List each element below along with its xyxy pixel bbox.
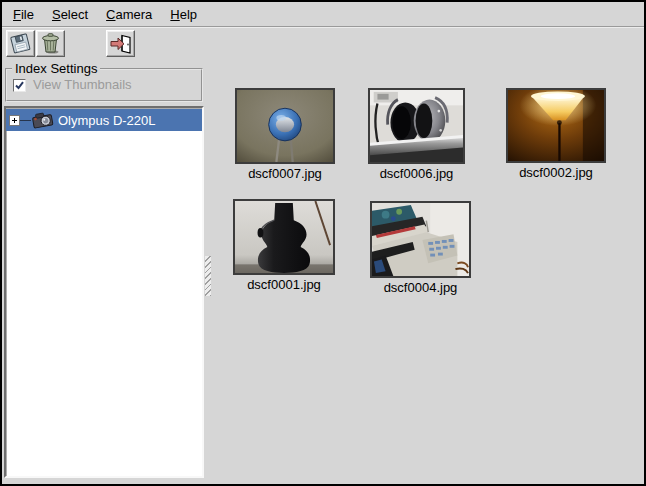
splitter-grip-icon — [205, 256, 211, 296]
thumbnail-item[interactable]: dscf0002.jpg — [506, 88, 606, 180]
menu-camera[interactable]: Camera — [97, 3, 161, 26]
thumbnail-item[interactable]: dscf0006.jpg — [368, 88, 465, 181]
index-settings-frame: Index Settings View Thumbnails — [5, 68, 203, 102]
save-button[interactable] — [6, 30, 35, 57]
trash-can-icon — [40, 32, 62, 55]
view-thumbnails-checkbox[interactable] — [13, 79, 26, 92]
exit-button[interactable] — [106, 30, 135, 57]
menu-help[interactable]: Help — [161, 3, 206, 26]
thumbnail-filename: dscf0007.jpg — [235, 166, 335, 181]
tree-item-label: Olympus D-220L — [58, 113, 156, 128]
thumbnail-panel: dscf0007.jpg — [212, 60, 640, 478]
thumbnail-filename: dscf0002.jpg — [506, 165, 606, 180]
thumbnail-item[interactable]: dscf0004.jpg — [370, 201, 471, 295]
exit-door-icon — [109, 32, 132, 55]
lamp-photo — [506, 88, 606, 163]
gtkam-window: File Select Camera Help — [0, 0, 646, 486]
thumbnail-filename: dscf0001.jpg — [233, 277, 335, 292]
delete-button[interactable] — [36, 30, 65, 57]
thumbnail-item[interactable]: dscf0007.jpg — [235, 88, 335, 181]
camera-icon — [31, 111, 56, 133]
thumbnail-item[interactable]: dscf0001.jpg — [233, 199, 335, 292]
printer-photo — [370, 201, 471, 278]
thumbnail-filename: dscf0006.jpg — [368, 166, 465, 181]
floppy-disk-icon — [9, 32, 32, 55]
checkmark-icon — [14, 77, 25, 95]
tree-row-olympus[interactable]: Olympus D-220L — [6, 109, 202, 131]
guitar-case-photo — [233, 199, 335, 275]
view-thumbnails-label: View Thumbnails — [33, 77, 132, 92]
menu-select[interactable]: Select — [43, 3, 97, 26]
index-settings-label: Index Settings — [12, 61, 100, 77]
headphones-photo — [368, 88, 465, 164]
capacitor-photo — [235, 88, 335, 164]
pane-splitter[interactable] — [204, 106, 212, 478]
tree-expander-icon[interactable] — [9, 115, 20, 126]
menu-file[interactable]: File — [4, 3, 43, 26]
menubar: File Select Camera Help — [2, 2, 644, 27]
camera-tree-panel: Olympus D-220L — [4, 106, 204, 478]
tree-connector-line — [20, 120, 31, 121]
thumbnail-filename: dscf0004.jpg — [370, 280, 471, 295]
